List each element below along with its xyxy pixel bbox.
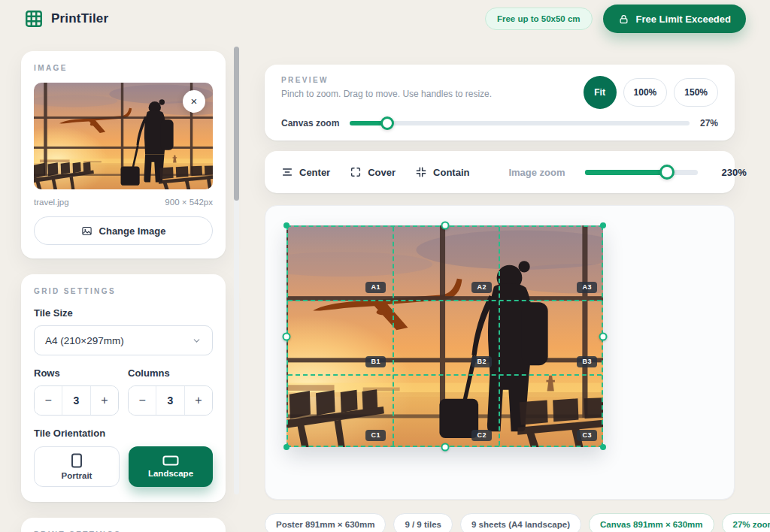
image-thumbnail[interactable]: × — [34, 83, 213, 189]
portrait-icon — [71, 453, 83, 468]
free-tier-badge: Free up to 50x50 cm — [485, 8, 593, 30]
poster-size-badge: Poster 891mm × 630mm — [265, 513, 386, 532]
sidebar-scrollbar — [234, 47, 239, 494]
grid-line-horizontal — [288, 300, 602, 301]
resize-handle-left[interactable] — [283, 332, 291, 340]
tile-grid-overlay: A1 A2 A3 B1 B2 B3 C1 C2 C3 — [286, 225, 603, 447]
center-label: Center — [299, 167, 330, 178]
image-icon — [81, 225, 92, 237]
tiles-count-badge: 9 / 9 tiles — [393, 513, 453, 532]
free-limit-exceeded-button[interactable]: Free Limit Exceeded — [603, 5, 746, 33]
preview-canvas[interactable]: A1 A2 A3 B1 B2 B3 C1 C2 C3 — [265, 205, 735, 500]
tile-size-value: A4 (210×297mm) — [45, 335, 124, 346]
zoom-level-badge: 27% zoom — [722, 513, 770, 532]
resize-handle-top-right[interactable] — [600, 222, 606, 228]
tile-label-a2: A2 — [471, 282, 492, 293]
compress-icon — [415, 166, 427, 178]
align-center-icon — [281, 166, 293, 178]
canvas-zoom-value: 27% — [700, 118, 718, 128]
resize-handle-top[interactable] — [441, 222, 449, 230]
image-toolbar: Center Cover Contain Image zoom 230% — [265, 151, 735, 193]
grid-line-vertical — [499, 227, 500, 446]
sidebar-scrollbar-thumb[interactable] — [234, 47, 239, 201]
lock-icon — [618, 14, 629, 25]
portrait-label: Portrait — [62, 471, 92, 480]
poster-image[interactable]: A1 A2 A3 B1 B2 B3 C1 C2 C3 — [286, 225, 603, 447]
grid-icon — [24, 9, 44, 29]
tile-size-select[interactable]: A4 (210×297mm) — [34, 325, 213, 355]
cover-label: Cover — [368, 167, 396, 178]
image-dimensions: 900 × 542px — [165, 198, 213, 207]
tile-label-b3: B3 — [577, 356, 597, 367]
canvas-zoom-slider[interactable] — [350, 121, 690, 125]
landscape-label: Landscape — [148, 469, 193, 478]
sidebar: IMAGE × travel.jpg 900 × 542px Change Im… — [21, 51, 226, 532]
image-zoom-slider[interactable] — [585, 170, 698, 175]
print-settings-panel: PRINT SETTINGS Paper Size — [21, 518, 226, 532]
image-zoom-value: 230% — [722, 167, 747, 178]
grid-settings-title: GRID SETTINGS — [34, 287, 213, 295]
image-filename: travel.jpg — [34, 198, 69, 207]
rows-label: Rows — [34, 367, 119, 379]
change-image-button[interactable]: Change Image — [34, 216, 213, 245]
tile-label-b1: B1 — [365, 356, 386, 367]
resize-handle-bottom-left[interactable] — [283, 444, 290, 450]
grid-line-horizontal — [288, 374, 602, 376]
app-title: PrintTiler — [51, 11, 108, 26]
resize-handle-top-left[interactable] — [283, 222, 290, 228]
zoom-150-button[interactable]: 150% — [674, 78, 718, 107]
tile-label-a1: A1 — [365, 282, 386, 293]
change-image-label: Change Image — [99, 225, 166, 237]
resize-handle-right[interactable] — [599, 332, 608, 340]
preview-panel: PREVIEW Pinch to zoom. Drag to move. Use… — [265, 65, 735, 141]
columns-label: Columns — [128, 367, 213, 379]
app-logo: PrintTiler — [24, 9, 108, 29]
grid-settings-panel: GRID SETTINGS Tile Size A4 (210×297mm) R… — [21, 274, 226, 502]
image-section-title: IMAGE — [34, 64, 213, 72]
remove-image-button[interactable]: × — [183, 90, 205, 113]
tile-label-c3: C3 — [577, 430, 597, 441]
landscape-icon — [162, 455, 179, 466]
rows-increment-button[interactable]: + — [91, 386, 118, 415]
fit-zoom-button[interactable]: Fit — [584, 76, 617, 109]
main-content: PREVIEW Pinch to zoom. Drag to move. Use… — [265, 65, 735, 532]
preview-title: PREVIEW — [281, 76, 492, 84]
tile-size-label: Tile Size — [34, 307, 213, 319]
contain-label: Contain — [433, 167, 469, 178]
chevron-down-icon — [192, 336, 202, 346]
resize-handle-bottom-right[interactable] — [600, 444, 606, 450]
tile-label-c1: C1 — [365, 430, 386, 441]
center-button[interactable]: Center — [281, 166, 330, 178]
corners-icon — [350, 166, 362, 178]
image-zoom-slider-knob[interactable] — [659, 165, 675, 180]
resize-handle-bottom[interactable] — [441, 443, 449, 452]
image-panel: IMAGE × travel.jpg 900 × 542px Change Im… — [21, 51, 226, 258]
canvas-size-badge: Canvas 891mm × 630mm — [589, 513, 714, 532]
tile-orientation-label: Tile Orientation — [34, 428, 213, 439]
columns-increment-button[interactable]: + — [185, 386, 212, 415]
sheets-badge: 9 sheets (A4 landscape) — [460, 513, 581, 532]
rows-stepper: − 3 + — [34, 385, 119, 416]
contain-button[interactable]: Contain — [415, 166, 469, 178]
cover-button[interactable]: Cover — [350, 166, 396, 178]
columns-decrement-button[interactable]: − — [129, 386, 156, 415]
portrait-orientation-button[interactable]: Portrait — [34, 446, 120, 487]
canvas-zoom-slider-knob[interactable] — [380, 116, 394, 130]
columns-value: 3 — [156, 386, 184, 415]
zoom-100-button[interactable]: 100% — [623, 78, 668, 107]
grid-line-vertical — [393, 227, 394, 446]
canvas-zoom-label: Canvas zoom — [281, 118, 339, 128]
preview-hint: Pinch to zoom. Drag to move. Use handles… — [281, 89, 492, 99]
rows-decrement-button[interactable]: − — [35, 386, 62, 415]
limit-button-label: Free Limit Exceeded — [636, 14, 731, 25]
columns-stepper: − 3 + — [128, 385, 213, 416]
rows-value: 3 — [62, 386, 90, 415]
tile-label-c2: C2 — [471, 430, 492, 441]
tile-label-a3: A3 — [577, 282, 597, 293]
tile-label-b2: B2 — [471, 356, 492, 367]
landscape-orientation-button[interactable]: Landscape — [129, 446, 213, 487]
app-header: PrintTiler Free up to 50x50 cm Free Limi… — [0, 0, 770, 38]
status-badges: Poster 891mm × 630mm 9 / 9 tiles 9 sheet… — [265, 513, 735, 532]
image-zoom-label: Image zoom — [508, 167, 565, 178]
